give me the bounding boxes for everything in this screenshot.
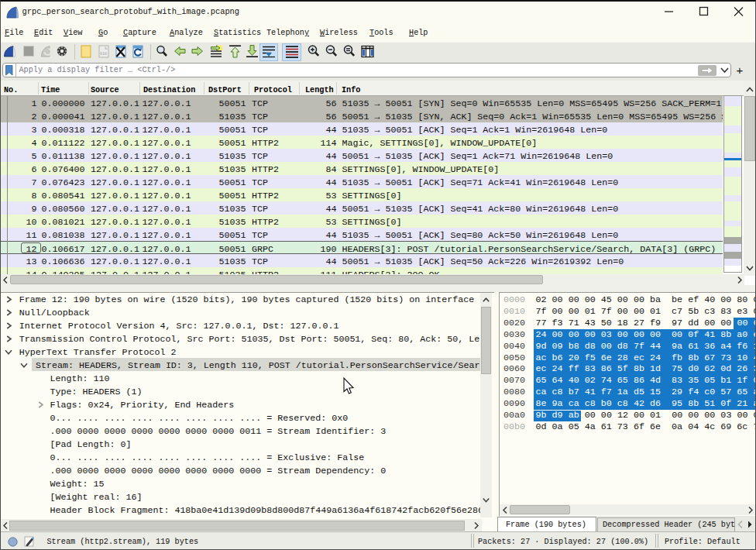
svg-text:010: 010	[100, 51, 107, 56]
